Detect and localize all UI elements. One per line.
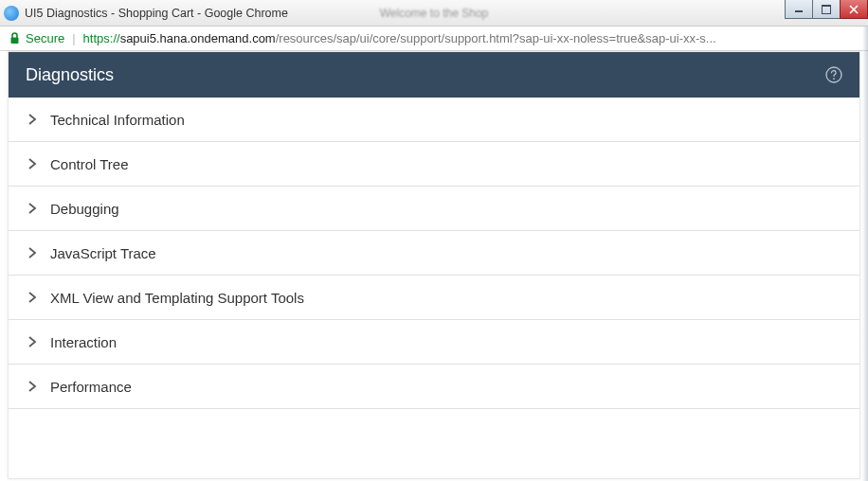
address-bar[interactable]: Secure | https://sapui5.hana.ondemand.co…	[0, 27, 868, 51]
url-host: sapui5.hana.ondemand.com	[120, 31, 276, 45]
panel-javascript-trace[interactable]: JavaScript Trace	[9, 231, 859, 276]
chevron-right-icon	[26, 246, 39, 259]
minimize-button[interactable]	[785, 0, 813, 19]
svg-point-2	[833, 78, 835, 80]
panel-label: Interaction	[50, 334, 117, 350]
window-title: UI5 Diagnostics - Shopping Cart - Google…	[25, 7, 288, 20]
window-right-edge	[862, 27, 868, 481]
close-icon	[849, 5, 859, 14]
background-window-title: Welcome to the Shop	[380, 7, 489, 20]
panel-performance[interactable]: Performance	[9, 365, 859, 409]
chevron-right-icon	[26, 202, 39, 215]
panel-debugging[interactable]: Debugging	[9, 187, 859, 231]
app-icon	[4, 6, 19, 21]
panel-label: XML View and Templating Support Tools	[50, 290, 304, 306]
panel-xml-view-templating[interactable]: XML View and Templating Support Tools	[9, 276, 859, 320]
panel-label: Debugging	[50, 201, 119, 217]
chevron-right-icon	[26, 291, 39, 304]
addressbar-separator: |	[72, 31, 75, 45]
window-titlebar: UI5 Diagnostics - Shopping Cart - Google…	[0, 0, 868, 27]
content-area: Diagnostics Technical Information Contro…	[8, 51, 860, 479]
secure-label: Secure	[26, 31, 64, 45]
svg-rect-0	[11, 38, 19, 45]
lock-icon	[9, 32, 20, 45]
url-path: /resources/sap/ui/core/support/support.h…	[276, 31, 716, 45]
chevron-right-icon	[26, 335, 39, 348]
chevron-right-icon	[26, 113, 39, 126]
window-controls	[786, 0, 868, 19]
chevron-right-icon	[26, 380, 39, 393]
panel-label: Control Tree	[50, 156, 129, 172]
page-title: Diagnostics	[26, 65, 114, 85]
chevron-right-icon	[26, 157, 39, 170]
close-button[interactable]	[840, 0, 868, 19]
url-scheme: https://	[83, 31, 120, 45]
panel-label: Technical Information	[50, 112, 185, 128]
panel-label: JavaScript Trace	[50, 245, 156, 261]
maximize-button[interactable]	[812, 0, 841, 19]
panel-interaction[interactable]: Interaction	[9, 320, 859, 365]
panel-technical-information[interactable]: Technical Information	[9, 98, 859, 142]
app-header: Diagnostics	[9, 52, 859, 98]
panel-label: Performance	[50, 379, 132, 395]
panel-control-tree[interactable]: Control Tree	[9, 142, 859, 187]
help-icon[interactable]	[825, 66, 842, 83]
